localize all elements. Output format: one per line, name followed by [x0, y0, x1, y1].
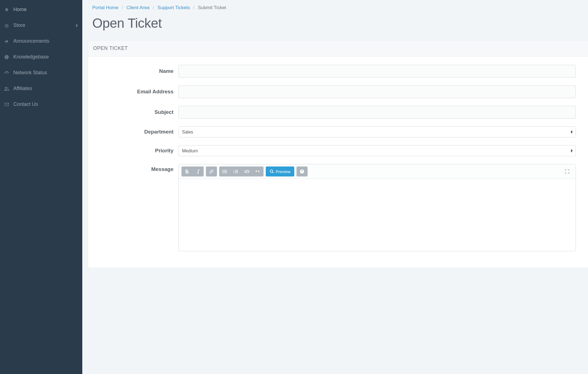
sidebar-item-label: Home — [13, 7, 27, 12]
svg-rect-7 — [224, 170, 227, 171]
sidebar-item-store[interactable]: Store — [0, 17, 82, 33]
breadcrumb-separator: / — [120, 5, 125, 11]
editor-preview-button[interactable]: Preview — [266, 166, 294, 176]
email-input[interactable] — [178, 85, 576, 98]
envelope-icon — [3, 103, 11, 106]
sidebar-item-affiliates[interactable]: Affiliates — [0, 81, 82, 96]
name-input[interactable] — [178, 65, 576, 78]
priority-select[interactable]: Medium — [178, 145, 576, 156]
breadcrumb-separator: / — [191, 5, 196, 11]
editor-ol-button[interactable]: 123 — [230, 166, 241, 176]
sidebar-item-contact-us[interactable]: Contact Us — [0, 96, 82, 112]
page-title: Open Ticket — [92, 16, 578, 31]
svg-text:3: 3 — [233, 172, 234, 173]
dashboard-icon — [3, 70, 11, 75]
bullhorn-icon — [3, 39, 11, 44]
sidebar-item-network-status[interactable]: Network Status — [0, 65, 82, 81]
editor-bold-button[interactable] — [181, 166, 193, 176]
sidebar-item-label: Network Status — [13, 70, 47, 76]
breadcrumb-separator: / — [151, 5, 156, 11]
editor-code-button[interactable] — [241, 166, 252, 176]
svg-rect-13 — [235, 170, 238, 171]
label-priority: Priority — [100, 148, 178, 154]
svg-point-4 — [5, 87, 7, 88]
breadcrumb: Portal Home / Client Area / Support Tick… — [92, 5, 578, 11]
message-textarea[interactable] — [179, 179, 576, 251]
basket-icon — [3, 23, 11, 28]
svg-rect-2 — [6, 56, 7, 56]
subject-input[interactable] — [178, 106, 576, 119]
home-icon — [3, 7, 11, 12]
label-name: Name — [100, 68, 178, 74]
svg-rect-15 — [235, 171, 238, 172]
sidebar-item-label: Announcements — [13, 38, 49, 44]
open-ticket-panel: OPEN TICKET Name Email Address Subject — [88, 40, 588, 267]
svg-point-20 — [302, 172, 302, 173]
chevron-right-icon — [76, 24, 78, 27]
main-content: Portal Home / Client Area / Support Tick… — [82, 0, 588, 374]
label-department: Department — [100, 129, 178, 135]
svg-rect-1 — [6, 57, 7, 58]
svg-point-5 — [7, 87, 9, 89]
breadcrumb-portal-home[interactable]: Portal Home — [92, 5, 118, 11]
svg-point-6 — [223, 170, 224, 171]
message-editor: 123 — [178, 164, 576, 251]
svg-rect-9 — [224, 171, 227, 172]
sidebar-item-home[interactable]: Home — [0, 2, 82, 17]
breadcrumb-current: Submit Ticket — [198, 5, 226, 11]
info-icon — [3, 55, 11, 60]
sidebar-item-announcements[interactable]: Announcements — [0, 33, 82, 49]
sidebar: Home Store Announcements Knowledgebase — [0, 0, 82, 374]
svg-point-18 — [270, 170, 273, 172]
svg-point-8 — [223, 171, 224, 172]
editor-italic-button[interactable] — [193, 166, 204, 176]
editor-help-button[interactable] — [296, 166, 308, 176]
svg-point-10 — [223, 172, 224, 173]
users-icon — [3, 86, 11, 91]
sidebar-item-label: Knowledgebase — [13, 54, 49, 60]
breadcrumb-support-tickets[interactable]: Support Tickets — [157, 5, 190, 11]
svg-rect-17 — [235, 173, 238, 173]
editor-link-button[interactable] — [206, 166, 217, 176]
label-subject: Subject — [100, 109, 178, 115]
breadcrumb-client-area[interactable]: Client Area — [126, 5, 149, 11]
sidebar-item-knowledgebase[interactable]: Knowledgebase — [0, 49, 82, 65]
sidebar-item-label: Contact Us — [13, 101, 38, 107]
editor-fullscreen-button[interactable] — [562, 166, 573, 176]
sidebar-item-label: Store — [13, 22, 25, 28]
panel-title: OPEN TICKET — [88, 40, 588, 57]
editor-toolbar: 123 — [179, 164, 576, 179]
sidebar-item-label: Affiliates — [13, 86, 32, 91]
department-select[interactable]: Sales — [178, 126, 576, 137]
label-email: Email Address — [100, 89, 178, 95]
editor-ul-button[interactable] — [219, 166, 230, 176]
editor-quote-button[interactable] — [252, 166, 264, 176]
label-message: Message — [100, 164, 178, 172]
svg-rect-11 — [224, 173, 227, 173]
svg-point-3 — [6, 73, 7, 74]
editor-preview-label: Preview — [276, 169, 290, 174]
